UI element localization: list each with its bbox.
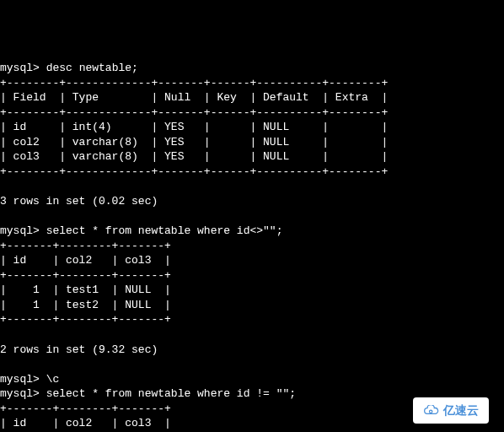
result-summary: 2 rows in set (9.32 sec) xyxy=(0,343,158,356)
command-cancel: \c xyxy=(46,373,60,386)
table-separator: +--------+-------------+-------+------+-… xyxy=(0,165,388,178)
prompt: mysql> xyxy=(0,373,40,386)
table-separator: +-------+--------+-------+ xyxy=(0,313,171,326)
terminal-output: mysql> desc newtable; +--------+--------… xyxy=(0,61,504,432)
watermark-badge: 亿速云 xyxy=(413,397,489,424)
table-row: | col2 | varchar(8) | YES | | NULL | | xyxy=(0,136,388,148)
prompt: mysql> xyxy=(0,62,40,74)
table-row: | 1 | test1 | NULL | xyxy=(0,284,171,296)
table-row: | col3 | varchar(8) | YES | | NULL | | xyxy=(0,150,388,163)
table-header: | id | col2 | col3 | xyxy=(0,254,171,267)
table-separator: +--------+-------------+-------+------+-… xyxy=(0,77,388,89)
command-select1: select * from newtable where id<>""; xyxy=(46,224,283,237)
table-row: | id | int(4) | YES | | NULL | | xyxy=(0,121,388,133)
table-separator: +-------+--------+-------+ xyxy=(0,269,171,282)
watermark-text: 亿速云 xyxy=(443,402,479,418)
table-header: | Field | Type | Null | Key | Default | … xyxy=(0,91,388,104)
command-select2: select * from newtable where id != ""; xyxy=(46,387,296,400)
table-separator: +--------+-------------+-------+------+-… xyxy=(0,106,388,119)
result-summary: 3 rows in set (0.02 sec) xyxy=(0,195,158,208)
command-desc: desc newtable; xyxy=(46,62,138,74)
cloud-icon xyxy=(423,405,440,417)
table-header: | id | col2 | col3 | xyxy=(0,417,171,429)
prompt: mysql> xyxy=(0,224,40,237)
table-separator: +-------+--------+-------+ xyxy=(0,240,171,252)
table-row: | 1 | test2 | NULL | xyxy=(0,299,171,311)
table-separator: +-------+--------+-------+ xyxy=(0,402,171,415)
prompt: mysql> xyxy=(0,387,40,400)
